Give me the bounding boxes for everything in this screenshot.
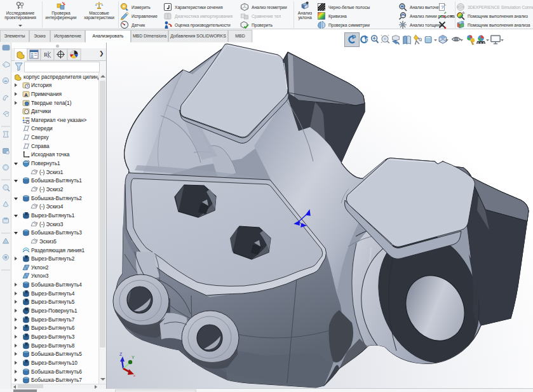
svg-text:Y: Y xyxy=(132,355,135,360)
svg-text:A: A xyxy=(24,92,28,98)
svg-text:Z: Z xyxy=(119,352,123,356)
svg-text:?: ? xyxy=(441,4,444,10)
svg-text:R: R xyxy=(44,51,48,58)
svg-text:x: x xyxy=(133,374,135,377)
